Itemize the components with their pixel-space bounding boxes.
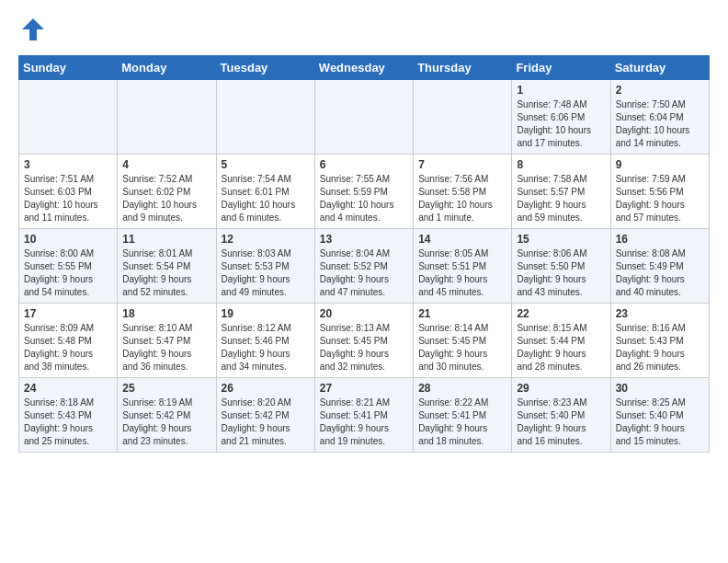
- week-row-1: 1Sunrise: 7:48 AM Sunset: 6:06 PM Daylig…: [19, 80, 710, 155]
- day-info: Sunrise: 8:14 AM Sunset: 5:45 PM Dayligh…: [418, 322, 506, 373]
- day-cell: 10Sunrise: 8:00 AM Sunset: 5:55 PM Dayli…: [19, 229, 118, 304]
- day-info: Sunrise: 8:23 AM Sunset: 5:40 PM Dayligh…: [517, 396, 605, 448]
- day-info: Sunrise: 8:21 AM Sunset: 5:41 PM Dayligh…: [320, 396, 408, 448]
- day-info: Sunrise: 8:06 AM Sunset: 5:50 PM Dayligh…: [517, 247, 605, 299]
- day-info: Sunrise: 7:59 AM Sunset: 5:56 PM Dayligh…: [616, 173, 704, 224]
- day-cell: 18Sunrise: 8:10 AM Sunset: 5:47 PM Dayli…: [118, 304, 216, 378]
- day-cell: 22Sunrise: 8:15 AM Sunset: 5:44 PM Dayli…: [512, 304, 610, 378]
- day-info: Sunrise: 8:19 AM Sunset: 5:42 PM Dayligh…: [122, 396, 210, 448]
- day-cell: 15Sunrise: 8:06 AM Sunset: 5:50 PM Dayli…: [512, 229, 610, 304]
- day-cell: 16Sunrise: 8:08 AM Sunset: 5:49 PM Dayli…: [610, 229, 709, 304]
- day-number: 6: [320, 158, 408, 171]
- day-info: Sunrise: 8:00 AM Sunset: 5:55 PM Dayligh…: [24, 247, 112, 299]
- day-number: 19: [222, 307, 310, 320]
- day-number: 29: [517, 382, 605, 395]
- day-info: Sunrise: 8:20 AM Sunset: 5:42 PM Dayligh…: [222, 396, 310, 448]
- day-number: 20: [320, 307, 408, 320]
- day-number: 17: [24, 307, 112, 320]
- col-header-sunday: Sunday: [19, 56, 118, 80]
- day-cell: 6Sunrise: 7:55 AM Sunset: 5:59 PM Daylig…: [314, 155, 413, 229]
- day-info: Sunrise: 8:13 AM Sunset: 5:45 PM Dayligh…: [320, 322, 408, 373]
- col-header-monday: Monday: [118, 56, 216, 80]
- day-number: 13: [320, 233, 408, 246]
- day-number: 24: [24, 382, 112, 395]
- col-header-friday: Friday: [512, 56, 610, 80]
- day-number: 11: [122, 233, 210, 246]
- day-info: Sunrise: 8:03 AM Sunset: 5:53 PM Dayligh…: [222, 247, 310, 299]
- day-cell: 28Sunrise: 8:22 AM Sunset: 5:41 PM Dayli…: [414, 378, 512, 453]
- day-cell: 20Sunrise: 8:13 AM Sunset: 5:45 PM Dayli…: [314, 304, 413, 378]
- day-info: Sunrise: 7:58 AM Sunset: 5:57 PM Dayligh…: [517, 173, 605, 224]
- week-row-5: 24Sunrise: 8:18 AM Sunset: 5:43 PM Dayli…: [19, 378, 710, 453]
- day-number: 23: [616, 307, 704, 320]
- day-number: 28: [418, 382, 506, 395]
- day-number: 21: [418, 307, 506, 320]
- day-info: Sunrise: 8:15 AM Sunset: 5:44 PM Dayligh…: [517, 322, 605, 373]
- day-cell: 9Sunrise: 7:59 AM Sunset: 5:56 PM Daylig…: [610, 155, 709, 229]
- day-info: Sunrise: 8:12 AM Sunset: 5:46 PM Dayligh…: [222, 322, 310, 373]
- day-cell: 23Sunrise: 8:16 AM Sunset: 5:43 PM Dayli…: [610, 304, 709, 378]
- day-cell: 14Sunrise: 8:05 AM Sunset: 5:51 PM Dayli…: [414, 229, 512, 304]
- day-cell: 25Sunrise: 8:19 AM Sunset: 5:42 PM Dayli…: [118, 378, 216, 453]
- day-info: Sunrise: 8:10 AM Sunset: 5:47 PM Dayligh…: [122, 322, 210, 373]
- day-info: Sunrise: 8:08 AM Sunset: 5:49 PM Dayligh…: [616, 247, 704, 299]
- day-number: 15: [517, 233, 605, 246]
- day-number: 8: [517, 158, 605, 171]
- col-header-thursday: Thursday: [414, 56, 512, 80]
- day-cell: 5Sunrise: 7:54 AM Sunset: 6:01 PM Daylig…: [216, 155, 314, 229]
- day-cell: 12Sunrise: 8:03 AM Sunset: 5:53 PM Dayli…: [216, 229, 314, 304]
- day-cell: 24Sunrise: 8:18 AM Sunset: 5:43 PM Dayli…: [19, 378, 118, 453]
- day-cell: 4Sunrise: 7:52 AM Sunset: 6:02 PM Daylig…: [118, 155, 216, 229]
- day-cell: 21Sunrise: 8:14 AM Sunset: 5:45 PM Dayli…: [414, 304, 512, 378]
- logo: [18, 15, 51, 44]
- day-info: Sunrise: 8:09 AM Sunset: 5:48 PM Dayligh…: [24, 322, 112, 373]
- day-number: 4: [122, 158, 210, 171]
- day-number: 26: [222, 382, 310, 395]
- header: [18, 15, 710, 44]
- day-number: 14: [418, 233, 506, 246]
- day-number: 27: [320, 382, 408, 395]
- day-number: 1: [517, 84, 605, 97]
- day-info: Sunrise: 7:52 AM Sunset: 6:02 PM Dayligh…: [122, 173, 210, 224]
- day-info: Sunrise: 8:16 AM Sunset: 5:43 PM Dayligh…: [616, 322, 704, 373]
- day-cell: 27Sunrise: 8:21 AM Sunset: 5:41 PM Dayli…: [314, 378, 413, 453]
- day-cell: [414, 80, 512, 155]
- day-info: Sunrise: 8:05 AM Sunset: 5:51 PM Dayligh…: [418, 247, 506, 299]
- day-cell: 3Sunrise: 7:51 AM Sunset: 6:03 PM Daylig…: [19, 155, 118, 229]
- day-info: Sunrise: 8:04 AM Sunset: 5:52 PM Dayligh…: [320, 247, 408, 299]
- col-header-wednesday: Wednesday: [314, 56, 413, 80]
- day-info: Sunrise: 8:18 AM Sunset: 5:43 PM Dayligh…: [24, 396, 112, 448]
- day-number: 12: [222, 233, 310, 246]
- day-cell: 30Sunrise: 8:25 AM Sunset: 5:40 PM Dayli…: [610, 378, 709, 453]
- day-number: 16: [616, 233, 704, 246]
- day-cell: 17Sunrise: 8:09 AM Sunset: 5:48 PM Dayli…: [19, 304, 118, 378]
- day-cell: 13Sunrise: 8:04 AM Sunset: 5:52 PM Dayli…: [314, 229, 413, 304]
- col-header-tuesday: Tuesday: [216, 56, 314, 80]
- day-cell: 7Sunrise: 7:56 AM Sunset: 5:58 PM Daylig…: [414, 155, 512, 229]
- week-row-3: 10Sunrise: 8:00 AM Sunset: 5:55 PM Dayli…: [19, 229, 710, 304]
- day-number: 2: [616, 84, 704, 97]
- day-info: Sunrise: 7:50 AM Sunset: 6:04 PM Dayligh…: [616, 98, 704, 150]
- day-cell: [314, 80, 413, 155]
- day-number: 10: [24, 233, 112, 246]
- day-number: 25: [122, 382, 210, 395]
- day-cell: 26Sunrise: 8:20 AM Sunset: 5:42 PM Dayli…: [216, 378, 314, 453]
- day-number: 18: [122, 307, 210, 320]
- day-info: Sunrise: 8:22 AM Sunset: 5:41 PM Dayligh…: [418, 396, 506, 448]
- day-info: Sunrise: 7:55 AM Sunset: 5:59 PM Dayligh…: [320, 173, 408, 224]
- day-cell: [216, 80, 314, 155]
- header-row: SundayMondayTuesdayWednesdayThursdayFrid…: [19, 56, 710, 80]
- day-number: 30: [616, 382, 704, 395]
- col-header-saturday: Saturday: [610, 56, 709, 80]
- day-cell: 11Sunrise: 8:01 AM Sunset: 5:54 PM Dayli…: [118, 229, 216, 304]
- page-container: SundayMondayTuesdayWednesdayThursdayFrid…: [0, 0, 728, 462]
- svg-marker-0: [22, 18, 44, 40]
- day-cell: 2Sunrise: 7:50 AM Sunset: 6:04 PM Daylig…: [610, 80, 709, 155]
- day-cell: 1Sunrise: 7:48 AM Sunset: 6:06 PM Daylig…: [512, 80, 610, 155]
- day-info: Sunrise: 8:01 AM Sunset: 5:54 PM Dayligh…: [122, 247, 210, 299]
- day-number: 3: [24, 158, 112, 171]
- day-cell: 8Sunrise: 7:58 AM Sunset: 5:57 PM Daylig…: [512, 155, 610, 229]
- day-cell: [19, 80, 118, 155]
- day-number: 5: [222, 158, 310, 171]
- day-info: Sunrise: 8:25 AM Sunset: 5:40 PM Dayligh…: [616, 396, 704, 448]
